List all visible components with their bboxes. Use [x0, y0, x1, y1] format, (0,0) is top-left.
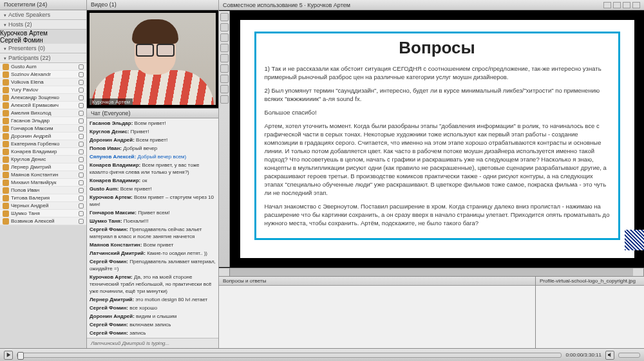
list-item[interactable]: Екатерина Горбенко	[0, 140, 86, 148]
video-caption: Курочков Артем	[90, 98, 133, 106]
playback-bar: 0:00:00/3:30:11	[0, 348, 644, 361]
share-tab-2[interactable]	[633, 268, 644, 276]
user-name: Гасанов Эльдар	[11, 118, 50, 124]
list-item[interactable]: Лернер Дмитрий	[0, 163, 86, 171]
tool-pen-icon[interactable]	[220, 33, 229, 42]
tool-pointer-icon[interactable]	[220, 13, 229, 21]
win-btn-4[interactable]	[632, 2, 640, 8]
chat-text: Всем привет!	[135, 120, 166, 126]
list-item[interactable]: Титова Валерия	[0, 194, 86, 202]
chat-message: Латчинский Дмитрий: Какие-то осадки летя…	[90, 250, 216, 257]
user-name: Возвиков Алексей	[11, 218, 55, 224]
chat-message: Лернер Дмитрий: это motion design 80 lvl…	[90, 296, 216, 303]
chat-message: Конарев Владимир: Всем привет, у вас тож…	[90, 162, 216, 176]
tool-erase-icon[interactable]	[220, 75, 229, 83]
perm-icon	[79, 196, 84, 201]
section-active-speakers[interactable]: Active Speakers	[0, 10, 86, 20]
list-item[interactable]: Гончаров Максим	[0, 125, 86, 133]
user-name: Sozinov Alexandr	[11, 71, 51, 77]
list-item[interactable]: Sozinov Alexandr	[0, 71, 86, 79]
video-feed[interactable]: Курочков Артем	[87, 10, 218, 108]
volume-track[interactable]	[618, 353, 640, 358]
qa-pod-body[interactable]	[219, 286, 535, 348]
list-item[interactable]: Курочков Артем	[0, 30, 86, 37]
user-icon	[3, 133, 9, 140]
tool-shape-icon[interactable]	[220, 54, 229, 62]
perm-icon	[79, 64, 84, 69]
win-btn-2[interactable]	[613, 2, 621, 8]
slide: Вопросы 1) Так и не рассказали как обсто…	[240, 20, 634, 258]
perm-icon	[79, 219, 84, 224]
chat-author: Попов Иван:	[90, 145, 122, 151]
video-panel-title: Видео (1)	[87, 0, 218, 10]
play-button[interactable]	[4, 351, 13, 360]
user-name: Гончаров Максим	[11, 125, 53, 131]
app-root: Посетители (24) Active Speakers Hosts (2…	[0, 0, 644, 361]
win-btn-3[interactable]	[623, 2, 630, 8]
user-name: Алексей Ермакович	[11, 102, 59, 108]
list-item[interactable]: Гасанов Эльдар	[0, 117, 86, 125]
seek-thumb[interactable]	[17, 352, 24, 360]
list-item[interactable]: Возвиков Алексей	[0, 218, 86, 225]
tool-arrow-icon[interactable]	[220, 23, 229, 32]
list-item[interactable]: Александр Зощенко	[0, 94, 86, 102]
user-name: Амелия Вихолод	[11, 110, 51, 116]
user-name: Александр Зощенко	[11, 95, 59, 100]
chat-author: Курочков Артем:	[90, 194, 133, 200]
user-name: Volkova Elena	[11, 79, 44, 85]
perm-icon	[79, 142, 84, 147]
perm-icon	[79, 80, 84, 85]
chat-log[interactable]: Гасанов Эльдар: Всем привет!Круглов Дени…	[87, 118, 218, 338]
chat-text: все хорошо	[129, 305, 157, 311]
chat-message: Курочков Артем: Да, это на моей стороне …	[90, 273, 216, 295]
chat-text: включаем запись	[129, 322, 171, 328]
user-name: Черных Андрей	[11, 203, 48, 208]
section-presenters[interactable]: Presenters (0)	[0, 44, 86, 53]
user-icon	[3, 195, 9, 201]
section-hosts[interactable]: Hosts (2)	[0, 20, 86, 30]
chat-message: Gusto Aum: Всем привет!	[90, 185, 216, 192]
resize-grip-icon[interactable]	[625, 230, 644, 250]
tool-marker-icon[interactable]	[220, 44, 229, 52]
list-item[interactable]: Доронин Андрей	[0, 133, 86, 140]
list-item[interactable]: Сергей Фомин	[0, 37, 86, 44]
chat-message: Сергей Фомин: все хорошо	[90, 304, 216, 311]
user-name: Попов Иван	[11, 187, 39, 193]
tool-text-icon[interactable]	[220, 64, 229, 73]
list-item[interactable]: Конарев Владимир	[0, 148, 86, 156]
chat-author: Гончаров Максим:	[90, 210, 137, 216]
user-name: Лернер Дмитрий	[11, 164, 51, 170]
playback-time: 0:00:00/3:30:11	[565, 352, 601, 358]
perm-icon	[79, 88, 84, 93]
win-btn-1[interactable]	[603, 2, 611, 8]
share-tab-1[interactable]	[219, 268, 230, 276]
list-item[interactable]: Маянов Константин	[0, 171, 86, 179]
list-item[interactable]: Gusto Aum	[0, 63, 86, 71]
tool-undo-icon[interactable]	[220, 95, 229, 104]
list-item[interactable]: Амелия Вихолод	[0, 109, 86, 117]
list-item[interactable]: Шумко Таня	[0, 210, 86, 218]
section-participants[interactable]: Participants (22)	[0, 53, 86, 63]
chat-message: Сергей Фомин: Преподаватель сейчас залье…	[90, 226, 216, 240]
list-item[interactable]: Попов Иван	[0, 187, 86, 194]
list-item[interactable]: Михаил Матвийрук	[0, 179, 86, 187]
user-icon	[3, 187, 9, 194]
user-name: Титова Валерия	[11, 195, 50, 201]
list-item[interactable]: Черных Андрей	[0, 202, 86, 210]
list-item[interactable]: Yury Pavlov	[0, 86, 86, 94]
list-item[interactable]: Volkova Elena	[0, 79, 86, 86]
chat-text: видим и слышим	[136, 313, 176, 319]
user-icon	[3, 203, 9, 209]
chat-author: Курочков Артем:	[90, 274, 133, 280]
tool-stamp-icon[interactable]	[220, 85, 229, 93]
list-item[interactable]: Круглов Денис	[0, 156, 86, 163]
list-item[interactable]: Алексей Ермакович	[0, 102, 86, 109]
share-content: Вопросы 1) Так и не рассказали как обсто…	[219, 10, 644, 268]
seek-track[interactable]	[17, 353, 562, 358]
slide-viewport[interactable]: Вопросы 1) Так и не рассказали как обсто…	[230, 11, 644, 267]
file-pod-body[interactable]	[536, 286, 644, 348]
perm-icon	[79, 111, 84, 116]
chat-author: Сяпунов Алексей:	[90, 154, 136, 160]
chat-author: Круглов Денис:	[90, 129, 129, 134]
volume-button[interactable]	[605, 351, 614, 360]
